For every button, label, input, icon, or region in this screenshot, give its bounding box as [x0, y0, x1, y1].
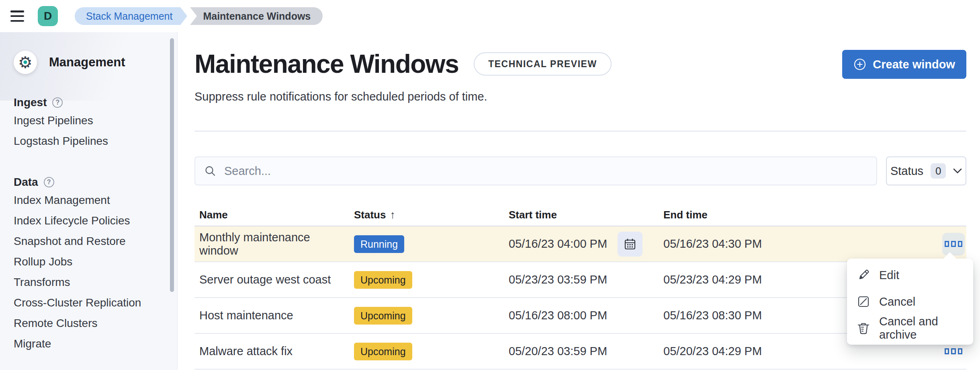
sidebar-item-migrate[interactable]: Migrate [14, 333, 161, 354]
toolbar: Status 0 [194, 156, 966, 185]
status-badge: Running [354, 235, 404, 253]
table-row: Monthly maintenance window Running 05/16… [194, 226, 966, 262]
status-filter-label: Status [890, 164, 923, 178]
column-header-status[interactable]: Status ↑ [349, 209, 504, 221]
gear-icon: ⚙ [14, 51, 37, 74]
context-menu-item-cancel[interactable]: Cancel [847, 288, 973, 315]
sort-ascending-icon: ↑ [390, 209, 395, 221]
status-filter-button[interactable]: Status 0 [886, 156, 966, 185]
section-heading-label: Data [14, 176, 38, 189]
status-badge: Upcoming [354, 271, 412, 289]
breadcrumb-maintenance-windows: Maintenance Windows [190, 7, 323, 25]
section-heading-data: Data ? [14, 175, 161, 189]
cell-start-time: 05/16/23 08:00 PM [504, 309, 659, 322]
cell-end-time: 05/16/23 04:30 PM [659, 237, 941, 251]
row-actions-context-menu: Edit Cancel Cancel and archive [847, 259, 973, 345]
sidebar-item-ingest-pipelines[interactable]: Ingest Pipelines [14, 110, 161, 131]
slash-square-icon [857, 295, 870, 308]
cell-actions [941, 233, 966, 255]
context-menu-item-cancel-archive[interactable]: Cancel and archive [847, 315, 973, 341]
management-sidebar: ⚙ Management Ingest ? Ingest Pipelines L… [0, 32, 178, 370]
technical-preview-badge: TECHNICAL PREVIEW [474, 52, 611, 76]
sidebar-item-cross-cluster-replication[interactable]: Cross-Cluster Replication [14, 292, 161, 313]
sidebar-title: Management [49, 55, 125, 70]
cell-start-time: 05/20/23 03:59 PM [504, 345, 659, 358]
maintenance-windows-page: D Stack Management Maintenance Windows ⚙… [0, 0, 980, 370]
cell-status: Upcoming [349, 307, 504, 325]
context-menu-item-label: Cancel and archive [879, 315, 964, 341]
avatar[interactable]: D [38, 6, 58, 26]
row-actions-button[interactable] [942, 233, 965, 255]
cell-end-time: 05/20/23 04:29 PM [659, 345, 941, 358]
page-title: Maintenance Windows [194, 49, 458, 79]
context-menu-item-label: Edit [879, 269, 899, 282]
status-filter-count-badge: 0 [931, 163, 946, 179]
context-menu-item-label: Cancel [879, 295, 915, 308]
search-input[interactable] [223, 164, 867, 178]
sidebar-section-data: Data ? Index Management Index Lifecycle … [14, 175, 161, 354]
status-badge: Upcoming [354, 307, 412, 325]
menu-hamburger-icon[interactable] [10, 10, 24, 22]
column-header-end-time[interactable]: End time [659, 209, 941, 221]
pencil-icon [857, 268, 870, 282]
status-badge: Upcoming [354, 343, 412, 360]
sidebar-item-index-lifecycle-policies[interactable]: Index Lifecycle Policies [14, 210, 161, 231]
cell-name: Malware attack fix [194, 345, 349, 358]
chevron-down-icon [953, 168, 962, 174]
column-header-status-label: Status [354, 209, 386, 221]
cell-status: Running [349, 235, 504, 253]
cell-status: Upcoming [349, 343, 504, 360]
breadcrumb: Stack Management Maintenance Windows [75, 7, 323, 25]
breadcrumb-stack-management[interactable]: Stack Management [75, 7, 180, 25]
boxes-horizontal-icon [945, 348, 949, 354]
boxes-horizontal-icon [945, 241, 949, 247]
cell-start-time: 05/23/23 03:59 PM [504, 273, 659, 286]
plus-circle-icon [853, 58, 866, 71]
section-heading-ingest: Ingest ? [14, 96, 161, 109]
sidebar-item-remote-clusters[interactable]: Remote Clusters [14, 313, 161, 333]
cell-start-time: 05/16/23 04:00 PM [504, 232, 659, 257]
help-icon[interactable]: ? [44, 177, 54, 187]
column-header-start-time[interactable]: Start time [504, 209, 659, 221]
calendar-button[interactable] [618, 232, 642, 257]
cell-name: Host maintenance [194, 309, 349, 322]
sidebar-item-logstash-pipelines[interactable]: Logstash Pipelines [14, 131, 161, 151]
section-heading-label: Ingest [14, 96, 47, 109]
calendar-icon [623, 237, 637, 251]
trash-icon [857, 321, 870, 335]
cell-name: Server outage west coast [194, 273, 349, 286]
divider [194, 131, 966, 132]
page-header: Maintenance Windows TECHNICAL PREVIEW Cr… [194, 49, 966, 79]
start-time-value: 05/16/23 04:00 PM [509, 237, 607, 251]
sidebar-item-transforms[interactable]: Transforms [14, 272, 161, 292]
column-header-name[interactable]: Name [194, 209, 349, 221]
sidebar-header: ⚙ Management [14, 51, 161, 74]
top-navigation-bar: D Stack Management Maintenance Windows [0, 0, 980, 32]
cell-name: Monthly maintenance window [194, 231, 349, 257]
create-window-label: Create window [873, 58, 955, 71]
context-menu-item-edit[interactable]: Edit [847, 262, 973, 288]
sidebar-section-ingest: Ingest ? Ingest Pipelines Logstash Pipel… [14, 96, 161, 151]
table-header-row: Name Status ↑ Start time End time [194, 204, 966, 226]
cell-status: Upcoming [349, 271, 504, 289]
create-window-button[interactable]: Create window [842, 50, 966, 79]
page-subtitle: Suppress rule notifications for schedule… [194, 90, 966, 103]
sidebar-item-rollup-jobs[interactable]: Rollup Jobs [14, 251, 161, 272]
sidebar-item-snapshot-and-restore[interactable]: Snapshot and Restore [14, 231, 161, 251]
search-icon [204, 165, 216, 177]
help-icon[interactable]: ? [52, 97, 63, 108]
search-box [194, 156, 877, 185]
sidebar-item-index-management[interactable]: Index Management [14, 190, 161, 210]
